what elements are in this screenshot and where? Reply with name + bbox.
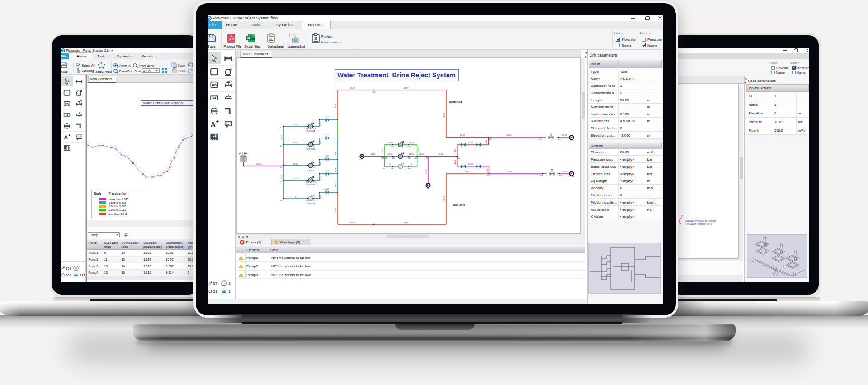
svg-text:0: 0 [411,163,412,165]
svg-text:5.9: 5.9 [134,162,137,164]
svg-text:5.1: 5.1 [151,173,154,176]
svg-text:44.18: 44.18 [486,140,487,144]
svg-text:6.4: 6.4 [173,154,175,157]
svg-text:N30: N30 [539,139,542,141]
svg-text:80.00: 80.00 [256,163,261,165]
svg-text:20.00: 20.00 [293,163,298,165]
svg-text:N19: N19 [313,167,316,169]
svg-text:24.00: 24.00 [325,188,329,190]
svg-text:23-P102C: 23-P102C [306,169,315,171]
svg-text:23.00: 23.00 [409,141,414,143]
svg-text:N34: N34 [559,175,562,177]
svg-text:N18: N18 [373,91,376,93]
svg-text:23-P102E: 23-P102E [306,202,315,204]
svg-text:N35: N35 [571,140,575,142]
svg-text:N13: N13 [313,200,316,202]
svg-text:44.05: 44.05 [486,169,488,173]
svg-text:7.3: 7.3 [102,142,105,144]
svg-text:45.99: 45.99 [350,87,355,89]
svg-text:N38: N38 [381,157,384,159]
svg-text:-14.64: -14.64 [454,160,456,165]
svg-text:0: 0 [390,163,391,165]
svg-text:23.00: 23.00 [388,141,393,143]
svg-text:5.1: 5.1 [145,173,147,176]
svg-text:24.00: 24.00 [325,134,329,136]
svg-text:A: A [64,134,68,140]
svg-text:7.9: 7.9 [190,132,193,135]
svg-text:24.00: 24.00 [325,155,329,157]
svg-text:7.6: 7.6 [181,136,184,139]
svg-text:N46: N46 [408,168,411,170]
svg-text:N11: N11 [306,200,309,202]
svg-text:N43: N43 [408,157,411,159]
svg-text:24.00: 24.00 [325,170,329,171]
svg-text:26.00: 26.00 [320,123,321,127]
svg-text:44.00: 44.00 [419,153,424,155]
svg-text:N17: N17 [373,226,376,228]
svg-text:N2: N2 [280,166,282,168]
svg-text:N8: N8 [307,146,309,147]
svg-text:88.00: 88.00 [439,153,443,155]
svg-text:PD: PD [212,83,216,87]
svg-text:N42: N42 [383,168,387,170]
svg-text:44.55: 44.55 [468,141,473,143]
svg-text:PD: PD [65,103,69,105]
svg-text:26.00: 26.00 [320,176,321,181]
svg-text:N23: N23 [489,138,492,140]
svg-text:0: 0 [382,162,383,162]
svg-text:N3: N3 [280,145,282,147]
svg-text:0.985: 0.985 [335,152,337,156]
svg-text:6.5: 6.5 [123,152,126,155]
svg-text:0: 0 [418,162,420,162]
svg-text:44.00: 44.00 [371,153,376,155]
svg-text:23-P102D: 23-P102D [306,184,315,186]
svg-text:N17: N17 [313,146,316,147]
svg-text:7.7: 7.7 [184,134,187,137]
svg-text:N27: N27 [487,175,491,177]
svg-text:23.00: 23.00 [388,153,393,155]
svg-text:6.6: 6.6 [119,151,122,153]
svg-text:7.3: 7.3 [97,142,99,144]
svg-text:6.3: 6.3 [127,155,130,157]
svg-text:NODE 26-34: NODE 26-34 [449,101,462,104]
svg-text:41.00: 41.00 [425,170,427,174]
svg-text:5.3: 5.3 [142,170,145,173]
svg-text:5.2: 5.2 [156,171,159,174]
svg-text:N48: N48 [392,157,395,159]
svg-text:-14.55: -14.55 [454,149,456,153]
svg-text:92.06: 92.06 [563,171,568,173]
svg-text:45.99: 45.99 [335,103,337,108]
svg-text:29.05: 29.05 [465,171,470,173]
svg-text:20.00: 20.00 [293,124,298,126]
svg-text:26.00: 26.00 [320,162,321,166]
svg-text:45.99: 45.99 [443,112,445,117]
svg-text:N10: N10 [306,181,309,183]
svg-text:0: 0 [295,196,297,198]
svg-text:20.00: 20.00 [280,174,283,179]
svg-text:20.00: 20.00 [293,142,298,144]
svg-text:N40: N40 [385,157,388,159]
svg-text:6.0: 6.0 [132,159,134,162]
svg-text:N7: N7 [307,167,309,169]
svg-text:NODE 35-45: NODE 35-45 [453,204,465,206]
svg-text:26.00: 26.00 [320,141,321,145]
svg-text:7.1: 7.1 [109,143,112,146]
svg-text:Water Treatment Brine Reject: Water Treatment Brine Reject System [337,71,455,79]
svg-text:7.1: 7.1 [91,143,94,146]
svg-text:23.00: 23.00 [382,149,383,153]
svg-text:N32: N32 [540,175,543,177]
svg-text:5.6: 5.6 [137,166,140,169]
svg-text:N33: N33 [558,139,561,141]
svg-text:N47: N47 [415,157,418,159]
svg-text:26.00: 26.00 [320,195,321,199]
svg-text:N37: N37 [359,159,363,161]
svg-text:40.99: 40.99 [460,134,465,136]
svg-text:N36: N36 [571,176,575,178]
svg-text:N42: N42 [391,168,394,170]
svg-text:38.50: 38.50 [335,183,337,187]
svg-text:23-P102B: 23-P102B [306,148,315,150]
svg-text:N16: N16 [313,128,316,129]
svg-text:23-P102A: 23-P102A [306,130,315,132]
svg-text:7.2: 7.2 [87,141,90,144]
svg-text:N15: N15 [306,128,309,129]
